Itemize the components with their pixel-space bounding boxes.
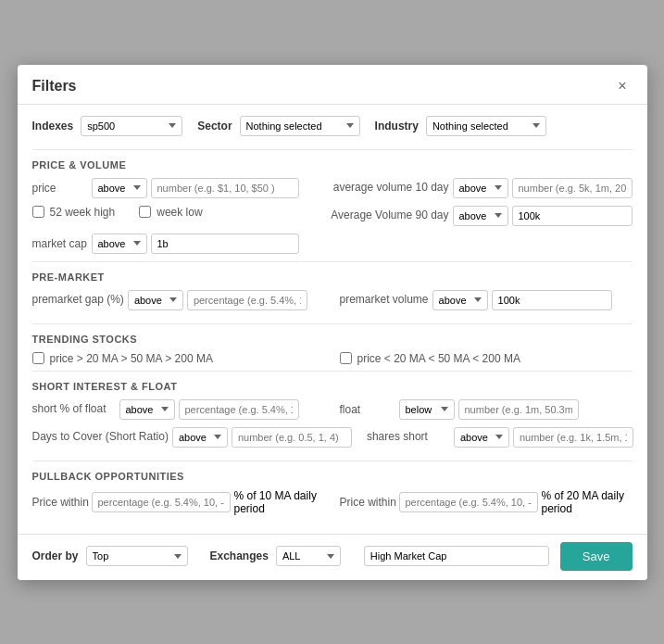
pullback-10ma-group: Price within % of 10 MA daily period — [32, 489, 325, 515]
trending-cond1-group: price > 20 MA > 50 MA > 200 MA — [32, 352, 325, 365]
short-float-input[interactable] — [179, 399, 299, 420]
avg-vol-90-condition-select[interactable]: above below — [453, 206, 508, 226]
modal-footer: Order by Top Exchanges ALL NYSE NASDAQ S — [18, 534, 647, 580]
short-float-section-title: SHORT INTEREST & FLOAT — [32, 381, 633, 392]
sector-label: Sector — [197, 120, 232, 133]
pullback-20ma-label: Price within — [340, 496, 395, 509]
week-low-checkbox[interactable] — [139, 206, 151, 218]
trending-cond1-label: price > 20 MA > 50 MA > 200 MA — [50, 352, 213, 365]
premarket-volume-input[interactable] — [492, 290, 612, 310]
pullback-20ma-input[interactable] — [399, 492, 538, 512]
filter-name-input[interactable] — [364, 546, 549, 566]
avg-vol-10-condition-select[interactable]: above below — [453, 178, 508, 198]
avg-vol-90-group: Average Volume 90 day above below — [331, 206, 632, 226]
price-volume-row2: 52 week high week low Average Volume 90 … — [32, 206, 633, 234]
close-button[interactable]: × — [612, 76, 632, 96]
avg-vol-90-col: Average Volume 90 day above below — [331, 206, 632, 234]
premarket-gap-group: premarket gap (%) above below — [32, 290, 307, 310]
premarket-volume-group: premarket volume above below — [340, 290, 612, 310]
avg-vol-90-label: Average Volume 90 day — [331, 208, 448, 223]
price-label: price — [32, 182, 88, 195]
indexes-label: Indexes — [32, 120, 74, 133]
trending-cond1-checkbox[interactable] — [32, 352, 44, 364]
float-col: float above below — [340, 399, 633, 427]
premarket-volume-condition-select[interactable]: above below — [432, 290, 488, 310]
price-volume-section-title: PRICE & VOLUME — [32, 159, 633, 170]
days-cover-input[interactable] — [232, 427, 352, 448]
exchanges-label: Exchanges — [210, 549, 269, 562]
filter-modal: Filters × Indexes sp500 nasdaq dow jones… — [18, 65, 647, 580]
premarket-volume-row: premarket volume above below — [340, 290, 633, 310]
premarket-volume-label: premarket volume — [340, 293, 429, 308]
pullback-10ma-label: Price within — [32, 496, 88, 509]
indexes-group: Indexes sp500 nasdaq dow jones — [32, 116, 183, 136]
week-low-label: week low — [157, 206, 202, 219]
divider-2 — [32, 261, 633, 262]
market-cap-input[interactable] — [151, 234, 299, 254]
premarket-gap-condition-select[interactable]: above below — [128, 290, 183, 310]
pullback-section-title: PULLBACK OPPORTUNITIES — [32, 471, 633, 482]
pullback-10ma-col: Price within % of 10 MA daily period — [32, 489, 325, 523]
premarket-volume-col: premarket volume above below — [340, 290, 633, 318]
top-filters-row: Indexes sp500 nasdaq dow jones Sector No… — [32, 116, 633, 136]
premarket-gap-label: premarket gap (%) — [32, 293, 124, 308]
short-float-row1: short % of float above below float — [32, 399, 633, 427]
trending-cond2-group: price < 20 MA < 50 MA < 200 MA — [340, 352, 633, 365]
trending-row: price > 20 MA > 50 MA > 200 MA price < 2… — [32, 352, 633, 365]
short-float-col: short % of float above below — [32, 399, 325, 427]
price-input[interactable] — [151, 178, 299, 198]
shares-short-condition-select[interactable]: above below — [454, 427, 509, 448]
shares-short-group: shares short above below — [367, 427, 633, 448]
footer-controls: Order by Top Exchanges ALL NYSE NASDAQ — [32, 546, 341, 566]
industry-group: Industry Nothing selected — [375, 116, 546, 136]
divider-3 — [32, 323, 633, 324]
premarket-gap-col: premarket gap (%) above below — [32, 290, 325, 318]
sector-select[interactable]: Nothing selected — [240, 116, 360, 136]
market-cap-condition-select[interactable]: above below — [92, 234, 147, 254]
float-row: float above below — [340, 399, 633, 420]
industry-select[interactable]: Nothing selected — [426, 116, 546, 136]
industry-label: Industry — [375, 120, 419, 133]
avg-vol-90-input[interactable] — [512, 206, 633, 226]
price-condition-select[interactable]: above below — [92, 178, 147, 198]
premarket-gap-row: premarket gap (%) above below — [32, 290, 325, 310]
sector-group: Sector Nothing selected — [197, 116, 359, 136]
float-input[interactable] — [458, 399, 579, 420]
save-button[interactable]: Save — [560, 542, 633, 571]
week-high-checkbox[interactable] — [32, 206, 44, 218]
avg-vol-90-row: Average Volume 90 day above below — [331, 206, 632, 226]
float-group: float above below — [340, 399, 579, 420]
exchanges-select[interactable]: ALL NYSE NASDAQ — [276, 546, 341, 566]
days-cover-col: Days to Cover (Short Ratio) above below — [32, 427, 352, 455]
pullback-10ma-suffix: % of 10 MA daily period — [234, 489, 325, 515]
pullback-10ma-input[interactable] — [92, 492, 231, 512]
float-condition-select[interactable]: above below — [399, 399, 455, 420]
market-cap-label: market cap — [32, 237, 88, 250]
shares-short-input[interactable] — [513, 427, 633, 448]
indexes-select[interactable]: sp500 nasdaq dow jones — [81, 116, 182, 136]
footer-right: Save — [364, 542, 633, 571]
avg-vol-10-group: average volume 10 day above below — [333, 178, 633, 198]
modal-header: Filters × — [18, 65, 647, 105]
week-high-row: 52 week high week low — [32, 206, 317, 219]
days-cover-condition-select[interactable]: above below — [172, 427, 228, 448]
market-cap-row: market cap above below — [32, 234, 633, 254]
order-by-select[interactable]: Top — [86, 546, 188, 566]
short-float-row: short % of float above below — [32, 399, 325, 420]
short-float-row2: Days to Cover (Short Ratio) above below … — [32, 427, 633, 455]
pullback-20ma-group: Price within % of 20 MA daily period — [340, 489, 633, 515]
float-label: float — [340, 403, 395, 416]
avg-vol-10-col: average volume 10 day above below — [333, 178, 633, 206]
trending-cond2-col: price < 20 MA < 50 MA < 200 MA — [340, 352, 633, 365]
trending-section-title: TRENDING STOCKS — [32, 334, 633, 345]
short-float-condition-select[interactable]: above below — [119, 399, 175, 420]
avg-vol-10-input[interactable] — [512, 178, 633, 198]
premarket-gap-input[interactable] — [187, 290, 307, 310]
pullback-10ma-row: Price within % of 10 MA daily period — [32, 489, 325, 515]
trending-cond2-checkbox[interactable] — [340, 352, 352, 364]
short-float-label: short % of float — [32, 402, 116, 417]
divider-5 — [32, 461, 633, 461]
avg-vol-10-label: average volume 10 day — [333, 181, 449, 196]
exchanges-group: Exchanges ALL NYSE NASDAQ — [210, 546, 341, 566]
pullback-20ma-suffix: % of 20 MA daily period — [542, 489, 633, 515]
